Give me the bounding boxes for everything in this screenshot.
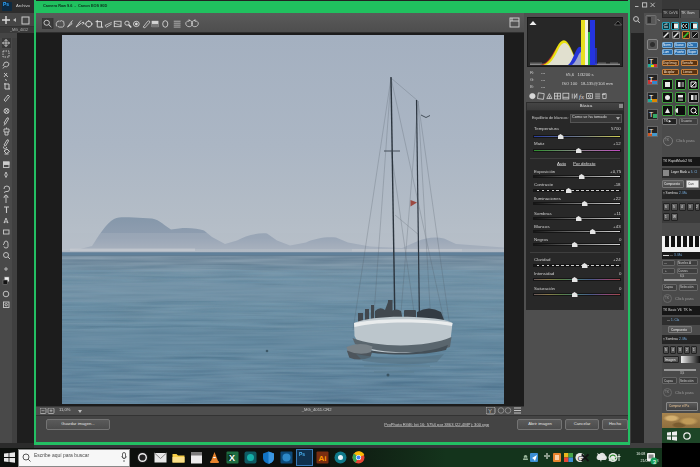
svg-text:X: X [229, 453, 235, 463]
svg-text:T: T [649, 58, 654, 65]
svg-text:T: T [649, 94, 654, 101]
svg-text:T: T [649, 76, 654, 83]
svg-text:Ai: Ai [319, 454, 327, 463]
svg-text:T: T [649, 128, 654, 135]
svg-text:fx: fx [579, 93, 584, 100]
svg-text:Y: Y [488, 408, 492, 414]
